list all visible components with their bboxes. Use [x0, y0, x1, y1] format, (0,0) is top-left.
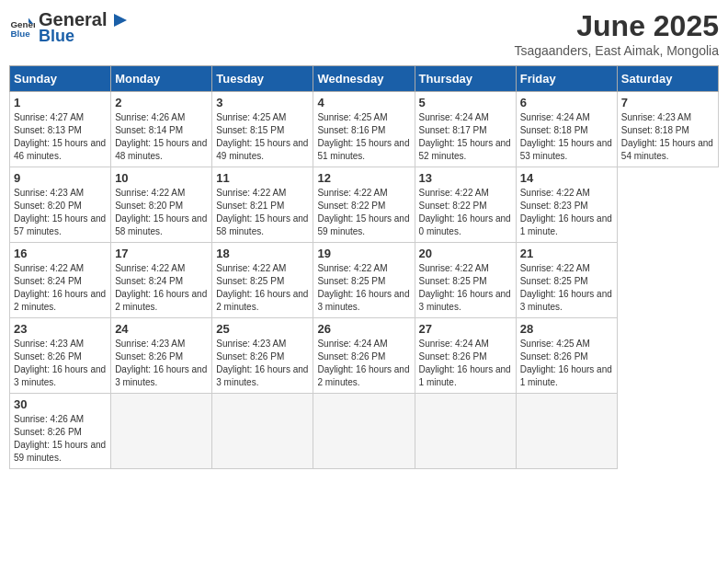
day-info: Sunrise: 4:25 AMSunset: 8:16 PMDaylight:…: [317, 112, 409, 161]
calendar-cell: [111, 394, 212, 469]
calendar-cell: 27Sunrise: 4:24 AMSunset: 8:26 PMDayligh…: [415, 318, 516, 394]
day-number: 11: [216, 171, 309, 185]
day-info: Sunrise: 4:22 AMSunset: 8:21 PMDaylight:…: [216, 188, 308, 236]
day-number: 5: [419, 96, 512, 109]
calendar-cell: 28Sunrise: 4:25 AMSunset: 8:26 PMDayligh…: [516, 318, 617, 394]
day-number: 4: [317, 96, 410, 109]
day-number: 2: [115, 96, 208, 109]
logo: General Blue General Blue: [9, 9, 129, 46]
day-number: 21: [520, 247, 613, 260]
calendar-week-4: 23Sunrise: 4:23 AMSunset: 8:26 PMDayligh…: [10, 318, 719, 394]
calendar-cell: 12Sunrise: 4:22 AMSunset: 8:22 PMDayligh…: [313, 167, 415, 243]
day-info: Sunrise: 4:22 AMSunset: 8:24 PMDaylight:…: [115, 263, 207, 312]
day-number: 30: [14, 397, 107, 411]
day-number: 24: [115, 322, 208, 336]
header-wednesday: Wednesday: [313, 66, 415, 92]
day-info: Sunrise: 4:22 AMSunset: 8:25 PMDaylight:…: [216, 263, 308, 312]
calendar-cell: 2Sunrise: 4:26 AMSunset: 8:14 PMDaylight…: [111, 92, 212, 167]
day-number: 10: [115, 171, 208, 185]
day-number: 17: [115, 247, 208, 260]
day-info: Sunrise: 4:27 AMSunset: 8:13 PMDaylight:…: [14, 112, 106, 161]
title-area: June 2025 Tsagaanders, East Aimak, Mongo…: [514, 9, 719, 58]
day-number: 14: [520, 171, 613, 185]
calendar-cell: 13Sunrise: 4:22 AMSunset: 8:22 PMDayligh…: [415, 167, 516, 243]
day-info: Sunrise: 4:23 AMSunset: 8:20 PMDaylight:…: [14, 188, 106, 236]
day-info: Sunrise: 4:25 AMSunset: 8:26 PMDaylight:…: [520, 339, 612, 387]
day-info: Sunrise: 4:22 AMSunset: 8:20 PMDaylight:…: [115, 188, 207, 236]
day-info: Sunrise: 4:22 AMSunset: 8:25 PMDaylight:…: [317, 263, 409, 312]
header-tuesday: Tuesday: [212, 66, 313, 92]
day-number: 27: [419, 322, 512, 336]
calendar-week-3: 16Sunrise: 4:22 AMSunset: 8:24 PMDayligh…: [10, 243, 719, 318]
calendar-cell: [415, 394, 516, 469]
calendar-cell: 26Sunrise: 4:24 AMSunset: 8:26 PMDayligh…: [313, 318, 415, 394]
calendar-cell: 11Sunrise: 4:22 AMSunset: 8:21 PMDayligh…: [212, 167, 313, 243]
day-number: 6: [520, 96, 613, 109]
header-thursday: Thursday: [415, 66, 516, 92]
calendar-cell: 30Sunrise: 4:26 AMSunset: 8:26 PMDayligh…: [10, 394, 111, 469]
day-info: Sunrise: 4:22 AMSunset: 8:22 PMDaylight:…: [419, 188, 511, 236]
header-sunday: Sunday: [10, 66, 111, 92]
calendar-cell: 23Sunrise: 4:23 AMSunset: 8:26 PMDayligh…: [10, 318, 111, 394]
calendar-cell: 21Sunrise: 4:22 AMSunset: 8:25 PMDayligh…: [516, 243, 617, 318]
day-number: 9: [14, 171, 107, 185]
day-info: Sunrise: 4:24 AMSunset: 8:18 PMDaylight:…: [520, 112, 612, 161]
calendar-cell: 7Sunrise: 4:23 AMSunset: 8:18 PMDaylight…: [617, 92, 718, 167]
header-saturday: Saturday: [617, 66, 718, 92]
day-number: 7: [621, 96, 714, 109]
calendar-week-1: 1Sunrise: 4:27 AMSunset: 8:13 PMDaylight…: [10, 92, 719, 167]
day-info: Sunrise: 4:23 AMSunset: 8:26 PMDaylight:…: [115, 339, 207, 387]
day-info: Sunrise: 4:26 AMSunset: 8:14 PMDaylight:…: [115, 112, 207, 161]
day-number: 19: [317, 247, 410, 260]
calendar-cell: [313, 394, 415, 469]
calendar-cell: 6Sunrise: 4:24 AMSunset: 8:18 PMDaylight…: [516, 92, 617, 167]
day-info: Sunrise: 4:23 AMSunset: 8:26 PMDaylight:…: [216, 339, 308, 387]
day-info: Sunrise: 4:24 AMSunset: 8:17 PMDaylight:…: [419, 112, 511, 161]
calendar-cell: 18Sunrise: 4:22 AMSunset: 8:25 PMDayligh…: [212, 243, 313, 318]
header: General Blue General Blue June 2025 Tsag…: [9, 9, 719, 58]
location-subtitle: Tsagaanders, East Aimak, Mongolia: [514, 43, 719, 58]
day-info: Sunrise: 4:22 AMSunset: 8:23 PMDaylight:…: [520, 188, 612, 236]
calendar-table: SundayMondayTuesdayWednesdayThursdayFrid…: [9, 65, 719, 469]
calendar-cell: 14Sunrise: 4:22 AMSunset: 8:23 PMDayligh…: [516, 167, 617, 243]
calendar-week-2: 9Sunrise: 4:23 AMSunset: 8:20 PMDaylight…: [10, 167, 719, 243]
calendar-cell: 1Sunrise: 4:27 AMSunset: 8:13 PMDaylight…: [10, 92, 111, 167]
calendar-cell: 19Sunrise: 4:22 AMSunset: 8:25 PMDayligh…: [313, 243, 415, 318]
calendar-cell: 25Sunrise: 4:23 AMSunset: 8:26 PMDayligh…: [212, 318, 313, 394]
day-info: Sunrise: 4:22 AMSunset: 8:24 PMDaylight:…: [14, 263, 106, 312]
calendar-cell: 16Sunrise: 4:22 AMSunset: 8:24 PMDayligh…: [10, 243, 111, 318]
day-info: Sunrise: 4:25 AMSunset: 8:15 PMDaylight:…: [216, 112, 308, 161]
day-number: 12: [317, 171, 410, 185]
calendar-cell: 20Sunrise: 4:22 AMSunset: 8:25 PMDayligh…: [415, 243, 516, 318]
calendar-cell: [516, 394, 617, 469]
day-number: 26: [317, 322, 410, 336]
day-number: 1: [14, 96, 107, 109]
svg-marker-3: [114, 14, 127, 27]
calendar-cell: 17Sunrise: 4:22 AMSunset: 8:24 PMDayligh…: [111, 243, 212, 318]
logo-icon: General Blue: [9, 15, 35, 40]
header-friday: Friday: [516, 66, 617, 92]
calendar-cell: 5Sunrise: 4:24 AMSunset: 8:17 PMDaylight…: [415, 92, 516, 167]
day-number: 28: [520, 322, 613, 336]
day-number: 13: [419, 171, 512, 185]
day-info: Sunrise: 4:23 AMSunset: 8:26 PMDaylight:…: [14, 339, 106, 387]
day-info: Sunrise: 4:26 AMSunset: 8:26 PMDaylight:…: [14, 414, 106, 463]
calendar-cell: 4Sunrise: 4:25 AMSunset: 8:16 PMDaylight…: [313, 92, 415, 167]
day-info: Sunrise: 4:24 AMSunset: 8:26 PMDaylight:…: [317, 339, 409, 387]
calendar-cell: 24Sunrise: 4:23 AMSunset: 8:26 PMDayligh…: [111, 318, 212, 394]
day-info: Sunrise: 4:22 AMSunset: 8:22 PMDaylight:…: [317, 188, 409, 236]
calendar-cell: 3Sunrise: 4:25 AMSunset: 8:15 PMDaylight…: [212, 92, 313, 167]
day-info: Sunrise: 4:24 AMSunset: 8:26 PMDaylight:…: [419, 339, 511, 387]
calendar-cell: [212, 394, 313, 469]
day-number: 25: [216, 322, 309, 336]
header-monday: Monday: [111, 66, 212, 92]
day-number: 23: [14, 322, 107, 336]
logo-triangle-icon: [108, 10, 129, 30]
day-number: 3: [216, 96, 309, 109]
calendar-header-row: SundayMondayTuesdayWednesdayThursdayFrid…: [10, 66, 719, 92]
calendar-week-5: 30Sunrise: 4:26 AMSunset: 8:26 PMDayligh…: [10, 394, 719, 469]
day-number: 18: [216, 247, 309, 260]
day-info: Sunrise: 4:22 AMSunset: 8:25 PMDaylight:…: [419, 263, 511, 312]
month-title: June 2025: [514, 9, 719, 43]
day-number: 16: [14, 247, 107, 260]
